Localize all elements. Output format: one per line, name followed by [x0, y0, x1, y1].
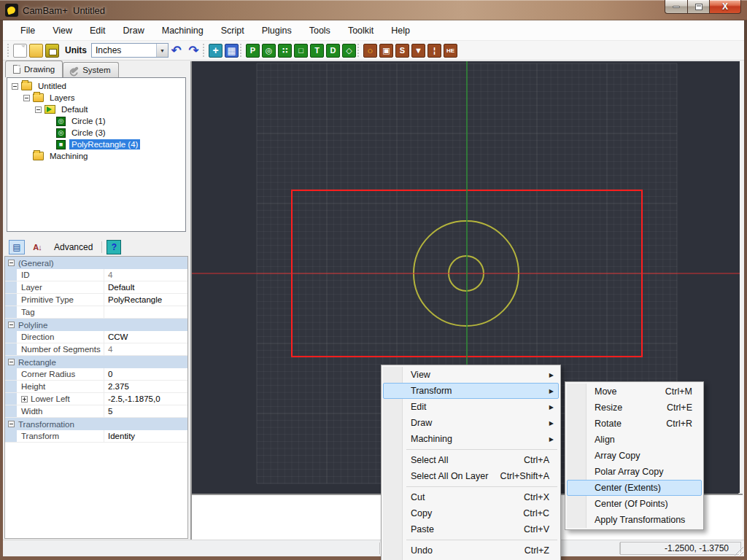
tree-item-circle-1[interactable]: ◎Circle (1) [7, 115, 185, 127]
property-row-width[interactable]: Width5 [5, 405, 187, 418]
new-file-icon[interactable] [13, 44, 27, 58]
machining-drill-icon[interactable]: ▼ [411, 44, 425, 58]
tree-item-machining[interactable]: Machining [7, 150, 185, 162]
toolbar-grip3 [240, 44, 242, 57]
open-file-icon[interactable] [29, 44, 43, 58]
property-value[interactable]: 5 [104, 407, 187, 416]
tree-item-polyrectangle-4[interactable]: ■PolyRectangle (4) [7, 139, 185, 150]
units-combobox[interactable]: Inches ▼ [91, 43, 169, 58]
axes-icon[interactable]: + [209, 44, 222, 58]
machining-profile-icon[interactable]: ○ [363, 44, 377, 58]
undo-icon[interactable]: ↶ [169, 44, 184, 58]
machining-heightmap-icon[interactable]: HE [444, 44, 457, 58]
machining-pocket-icon[interactable]: ▣ [379, 44, 393, 58]
tab-system[interactable]: System [63, 62, 118, 77]
menu-help[interactable]: Help [382, 23, 419, 39]
property-section-general[interactable]: (General) [5, 257, 187, 269]
collapse-icon[interactable] [8, 260, 15, 266]
submenu-item-polar-array-copy[interactable]: Polar Array Copy [567, 464, 702, 480]
categorized-icon[interactable] [9, 240, 25, 254]
property-value[interactable]: 4 [104, 345, 187, 354]
property-row-id[interactable]: ID4 [5, 269, 187, 281]
menu-draw[interactable]: Draw [115, 23, 153, 39]
property-value[interactable]: 2.375 [104, 382, 187, 391]
property-row-height[interactable]: Height2.375 [5, 381, 187, 393]
draw-polyline-icon[interactable]: P [246, 44, 260, 58]
property-value[interactable]: Identity [104, 432, 187, 440]
property-row-direction[interactable]: DirectionCCW [5, 331, 187, 343]
save-file-icon[interactable] [45, 44, 59, 58]
minimize-button[interactable] [665, 0, 687, 14]
submenu-item-resize[interactable]: ResizeCtrl+E [567, 400, 702, 416]
property-value[interactable]: PolyRectangle [104, 295, 187, 304]
draw-circle-icon[interactable]: ◎ [262, 44, 276, 58]
context-menu-item-undo[interactable]: UndoCtrl+Z [383, 542, 559, 559]
close-button[interactable]: X [709, 0, 741, 14]
property-value[interactable]: Default [104, 283, 187, 292]
context-menu-item-select-all[interactable]: Select AllCtrl+A [383, 452, 559, 468]
property-value[interactable]: -2.5,-1.1875,0 [104, 394, 187, 403]
combo-dropdown-icon[interactable]: ▼ [156, 44, 168, 57]
sidebar-tabs: DrawingSystem [5, 61, 119, 77]
submenu-item-apply-transformations[interactable]: Apply Transformations [567, 512, 702, 528]
tree-expander-icon[interactable] [23, 95, 30, 101]
collapse-icon[interactable] [8, 359, 15, 365]
menu-view[interactable]: View [44, 23, 81, 39]
maximize-button[interactable] [687, 0, 709, 14]
menu-script[interactable]: Script [212, 23, 253, 39]
machining-engrave-icon[interactable]: S [395, 44, 409, 58]
draw-surface-icon[interactable]: D [326, 44, 340, 58]
submenu-item-center-extents[interactable]: Center (Extents) [567, 480, 702, 496]
property-section-polyline[interactable]: Polyline [5, 319, 187, 331]
tree-expander-icon[interactable] [12, 83, 18, 90]
tree-expander-icon[interactable] [35, 106, 42, 113]
context-menu-item-edit[interactable]: Edit▶ [383, 399, 559, 415]
property-value[interactable]: CCW [104, 332, 187, 341]
expand-icon[interactable] [21, 396, 28, 402]
context-menu-item-view[interactable]: View▶ [383, 367, 559, 383]
tree-item-layers[interactable]: Layers [7, 92, 185, 104]
redo-icon[interactable]: ↷ [186, 44, 201, 58]
menu-file[interactable]: File [12, 23, 44, 39]
draw-rectangle-icon[interactable]: □ [294, 44, 308, 58]
draw-text-icon[interactable]: T [310, 44, 324, 58]
property-row-tag[interactable]: Tag [5, 306, 187, 319]
grid-icon[interactable]: ▦ [225, 44, 239, 58]
submenu-item-align[interactable]: Align [567, 432, 702, 448]
machining-lathe-icon[interactable]: ¦ [427, 44, 441, 58]
sort-az-icon[interactable] [29, 240, 45, 254]
collapse-icon[interactable] [8, 322, 15, 328]
property-row-number-of-segments[interactable]: Number of Segments4 [5, 343, 187, 356]
context-menu-item-cut[interactable]: CutCtrl+X [383, 489, 559, 505]
property-value[interactable]: 4 [104, 271, 187, 279]
tab-drawing[interactable]: Drawing [5, 61, 63, 77]
property-row-primitive-type[interactable]: Primitive TypePolyRectangle [5, 294, 187, 306]
property-row-transform[interactable]: TransformIdentity [5, 430, 187, 443]
submenu-item-rotate[interactable]: RotateCtrl+R [567, 416, 702, 432]
collapse-icon[interactable] [8, 421, 15, 427]
menu-toolkit[interactable]: Toolkit [339, 23, 382, 39]
draw-points-icon[interactable]: ∷ [278, 44, 292, 58]
context-menu-item-copy[interactable]: CopyCtrl+C [383, 505, 559, 521]
submenu-item-center-of-points[interactable]: Center (Of Points) [567, 496, 702, 512]
property-value[interactable]: 0 [104, 370, 187, 378]
menu-tools[interactable]: Tools [301, 23, 339, 39]
tree-item-circle-3[interactable]: ◎Circle (3) [7, 127, 185, 139]
context-menu-item-draw[interactable]: Draw▶ [383, 415, 559, 431]
tree-item-untitled[interactable]: Untitled [7, 80, 185, 92]
submenu-item-array-copy[interactable]: Array Copy [567, 448, 702, 464]
draw-3d-icon[interactable]: ◇ [342, 44, 356, 58]
menu-edit[interactable]: Edit [81, 23, 115, 39]
menu-machining[interactable]: Machining [153, 23, 212, 39]
property-row-lower-left[interactable]: Lower Left-2.5,-1.1875,0 [5, 393, 187, 405]
property-row-layer[interactable]: LayerDefault [5, 281, 187, 294]
property-row-corner-radius[interactable]: Corner Radius0 [5, 368, 187, 381]
help-icon[interactable] [107, 240, 121, 254]
menu-plugins[interactable]: Plugins [253, 23, 301, 39]
submenu-item-move[interactable]: MoveCtrl+M [567, 384, 702, 400]
property-section-transformation[interactable]: Transformation [5, 418, 187, 430]
advanced-button[interactable]: Advanced [50, 241, 97, 254]
context-menu-item-transform[interactable]: Transform▶ [383, 383, 559, 399]
tree-item-default[interactable]: Default [7, 104, 185, 115]
property-section-rectangle[interactable]: Rectangle [5, 356, 187, 368]
